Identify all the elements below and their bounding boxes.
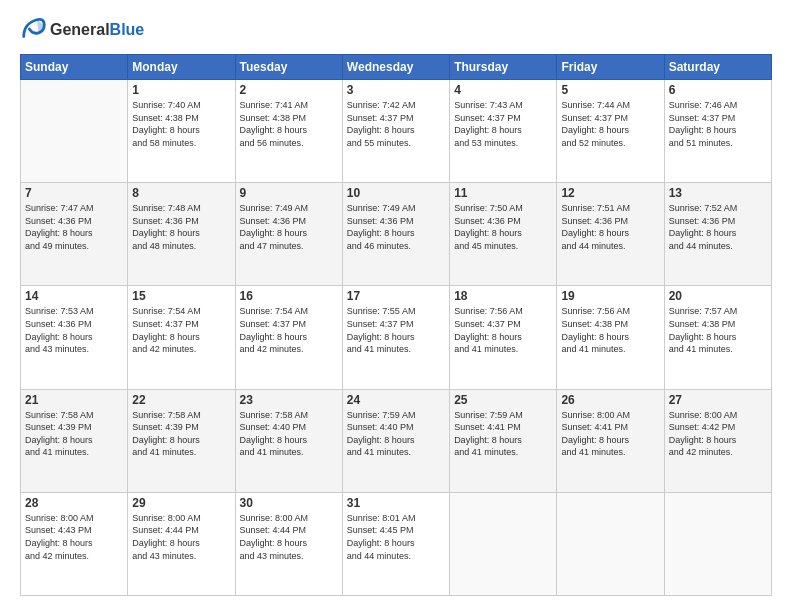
calendar-cell: 28Sunrise: 8:00 AMSunset: 4:43 PMDayligh… xyxy=(21,492,128,595)
day-number: 15 xyxy=(132,289,230,303)
day-info: Sunrise: 7:52 AMSunset: 4:36 PMDaylight:… xyxy=(669,202,767,252)
day-info: Sunrise: 7:43 AMSunset: 4:37 PMDaylight:… xyxy=(454,99,552,149)
col-header-friday: Friday xyxy=(557,55,664,80)
day-number: 12 xyxy=(561,186,659,200)
day-number: 8 xyxy=(132,186,230,200)
day-number: 23 xyxy=(240,393,338,407)
day-info: Sunrise: 7:49 AMSunset: 4:36 PMDaylight:… xyxy=(240,202,338,252)
logo: GeneralBlue xyxy=(20,16,144,44)
day-number: 6 xyxy=(669,83,767,97)
day-number: 2 xyxy=(240,83,338,97)
calendar-cell: 20Sunrise: 7:57 AMSunset: 4:38 PMDayligh… xyxy=(664,286,771,389)
day-info: Sunrise: 7:57 AMSunset: 4:38 PMDaylight:… xyxy=(669,305,767,355)
col-header-tuesday: Tuesday xyxy=(235,55,342,80)
day-number: 3 xyxy=(347,83,445,97)
calendar-cell: 4Sunrise: 7:43 AMSunset: 4:37 PMDaylight… xyxy=(450,80,557,183)
calendar-cell: 1Sunrise: 7:40 AMSunset: 4:38 PMDaylight… xyxy=(128,80,235,183)
day-number: 25 xyxy=(454,393,552,407)
calendar-cell: 22Sunrise: 7:58 AMSunset: 4:39 PMDayligh… xyxy=(128,389,235,492)
calendar-cell: 18Sunrise: 7:56 AMSunset: 4:37 PMDayligh… xyxy=(450,286,557,389)
calendar-cell: 24Sunrise: 7:59 AMSunset: 4:40 PMDayligh… xyxy=(342,389,449,492)
day-info: Sunrise: 7:58 AMSunset: 4:39 PMDaylight:… xyxy=(132,409,230,459)
day-number: 30 xyxy=(240,496,338,510)
day-info: Sunrise: 7:41 AMSunset: 4:38 PMDaylight:… xyxy=(240,99,338,149)
day-info: Sunrise: 8:00 AMSunset: 4:44 PMDaylight:… xyxy=(132,512,230,562)
calendar-cell xyxy=(450,492,557,595)
calendar-cell: 31Sunrise: 8:01 AMSunset: 4:45 PMDayligh… xyxy=(342,492,449,595)
day-number: 9 xyxy=(240,186,338,200)
day-number: 16 xyxy=(240,289,338,303)
day-number: 20 xyxy=(669,289,767,303)
day-info: Sunrise: 7:59 AMSunset: 4:40 PMDaylight:… xyxy=(347,409,445,459)
day-number: 1 xyxy=(132,83,230,97)
col-header-wednesday: Wednesday xyxy=(342,55,449,80)
calendar-cell: 30Sunrise: 8:00 AMSunset: 4:44 PMDayligh… xyxy=(235,492,342,595)
day-number: 11 xyxy=(454,186,552,200)
calendar-cell xyxy=(21,80,128,183)
day-number: 7 xyxy=(25,186,123,200)
day-info: Sunrise: 8:00 AMSunset: 4:42 PMDaylight:… xyxy=(669,409,767,459)
day-info: Sunrise: 8:01 AMSunset: 4:45 PMDaylight:… xyxy=(347,512,445,562)
calendar-cell: 10Sunrise: 7:49 AMSunset: 4:36 PMDayligh… xyxy=(342,183,449,286)
day-number: 19 xyxy=(561,289,659,303)
day-info: Sunrise: 7:44 AMSunset: 4:37 PMDaylight:… xyxy=(561,99,659,149)
calendar-cell: 9Sunrise: 7:49 AMSunset: 4:36 PMDaylight… xyxy=(235,183,342,286)
day-info: Sunrise: 8:00 AMSunset: 4:43 PMDaylight:… xyxy=(25,512,123,562)
day-info: Sunrise: 7:42 AMSunset: 4:37 PMDaylight:… xyxy=(347,99,445,149)
day-number: 10 xyxy=(347,186,445,200)
calendar-week-row: 21Sunrise: 7:58 AMSunset: 4:39 PMDayligh… xyxy=(21,389,772,492)
logo-text: GeneralBlue xyxy=(50,21,144,39)
calendar-cell: 27Sunrise: 8:00 AMSunset: 4:42 PMDayligh… xyxy=(664,389,771,492)
calendar-cell: 23Sunrise: 7:58 AMSunset: 4:40 PMDayligh… xyxy=(235,389,342,492)
col-header-monday: Monday xyxy=(128,55,235,80)
calendar-cell: 2Sunrise: 7:41 AMSunset: 4:38 PMDaylight… xyxy=(235,80,342,183)
calendar-cell: 5Sunrise: 7:44 AMSunset: 4:37 PMDaylight… xyxy=(557,80,664,183)
calendar-cell: 7Sunrise: 7:47 AMSunset: 4:36 PMDaylight… xyxy=(21,183,128,286)
calendar-cell: 21Sunrise: 7:58 AMSunset: 4:39 PMDayligh… xyxy=(21,389,128,492)
calendar-week-row: 28Sunrise: 8:00 AMSunset: 4:43 PMDayligh… xyxy=(21,492,772,595)
day-number: 5 xyxy=(561,83,659,97)
calendar-cell: 15Sunrise: 7:54 AMSunset: 4:37 PMDayligh… xyxy=(128,286,235,389)
calendar-week-row: 14Sunrise: 7:53 AMSunset: 4:36 PMDayligh… xyxy=(21,286,772,389)
day-info: Sunrise: 7:59 AMSunset: 4:41 PMDaylight:… xyxy=(454,409,552,459)
day-info: Sunrise: 7:51 AMSunset: 4:36 PMDaylight:… xyxy=(561,202,659,252)
day-number: 13 xyxy=(669,186,767,200)
calendar-cell: 25Sunrise: 7:59 AMSunset: 4:41 PMDayligh… xyxy=(450,389,557,492)
calendar-header-row: SundayMondayTuesdayWednesdayThursdayFrid… xyxy=(21,55,772,80)
day-info: Sunrise: 7:53 AMSunset: 4:36 PMDaylight:… xyxy=(25,305,123,355)
day-number: 4 xyxy=(454,83,552,97)
day-info: Sunrise: 7:58 AMSunset: 4:39 PMDaylight:… xyxy=(25,409,123,459)
calendar-cell: 19Sunrise: 7:56 AMSunset: 4:38 PMDayligh… xyxy=(557,286,664,389)
calendar-cell: 29Sunrise: 8:00 AMSunset: 4:44 PMDayligh… xyxy=(128,492,235,595)
day-info: Sunrise: 7:50 AMSunset: 4:36 PMDaylight:… xyxy=(454,202,552,252)
day-number: 21 xyxy=(25,393,123,407)
logo-icon xyxy=(20,16,48,44)
day-number: 26 xyxy=(561,393,659,407)
day-info: Sunrise: 7:49 AMSunset: 4:36 PMDaylight:… xyxy=(347,202,445,252)
calendar-cell: 6Sunrise: 7:46 AMSunset: 4:37 PMDaylight… xyxy=(664,80,771,183)
page: GeneralBlue SundayMondayTuesdayWednesday… xyxy=(0,0,792,612)
day-info: Sunrise: 7:54 AMSunset: 4:37 PMDaylight:… xyxy=(240,305,338,355)
day-info: Sunrise: 7:47 AMSunset: 4:36 PMDaylight:… xyxy=(25,202,123,252)
day-info: Sunrise: 7:58 AMSunset: 4:40 PMDaylight:… xyxy=(240,409,338,459)
col-header-saturday: Saturday xyxy=(664,55,771,80)
calendar-cell: 13Sunrise: 7:52 AMSunset: 4:36 PMDayligh… xyxy=(664,183,771,286)
calendar-cell: 17Sunrise: 7:55 AMSunset: 4:37 PMDayligh… xyxy=(342,286,449,389)
day-number: 24 xyxy=(347,393,445,407)
day-info: Sunrise: 7:54 AMSunset: 4:37 PMDaylight:… xyxy=(132,305,230,355)
calendar-week-row: 7Sunrise: 7:47 AMSunset: 4:36 PMDaylight… xyxy=(21,183,772,286)
day-number: 27 xyxy=(669,393,767,407)
day-info: Sunrise: 7:56 AMSunset: 4:38 PMDaylight:… xyxy=(561,305,659,355)
day-info: Sunrise: 8:00 AMSunset: 4:44 PMDaylight:… xyxy=(240,512,338,562)
calendar-cell: 12Sunrise: 7:51 AMSunset: 4:36 PMDayligh… xyxy=(557,183,664,286)
day-number: 22 xyxy=(132,393,230,407)
calendar-cell: 11Sunrise: 7:50 AMSunset: 4:36 PMDayligh… xyxy=(450,183,557,286)
col-header-thursday: Thursday xyxy=(450,55,557,80)
day-info: Sunrise: 7:55 AMSunset: 4:37 PMDaylight:… xyxy=(347,305,445,355)
calendar-week-row: 1Sunrise: 7:40 AMSunset: 4:38 PMDaylight… xyxy=(21,80,772,183)
calendar-cell: 3Sunrise: 7:42 AMSunset: 4:37 PMDaylight… xyxy=(342,80,449,183)
calendar-table: SundayMondayTuesdayWednesdayThursdayFrid… xyxy=(20,54,772,596)
day-number: 18 xyxy=(454,289,552,303)
calendar-cell xyxy=(557,492,664,595)
day-number: 29 xyxy=(132,496,230,510)
